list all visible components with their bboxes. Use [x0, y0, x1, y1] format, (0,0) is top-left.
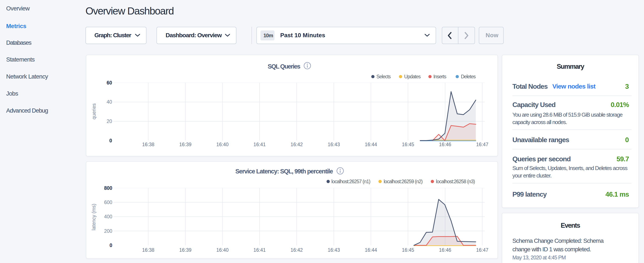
- svg-text:latency (ms): latency (ms): [91, 204, 96, 230]
- svg-text:Deletes: Deletes: [461, 74, 476, 79]
- svg-text:16:39: 16:39: [179, 142, 192, 147]
- svg-text:16:42: 16:42: [291, 247, 303, 253]
- svg-text:16:40: 16:40: [216, 142, 229, 147]
- svg-text:16:42: 16:42: [291, 142, 303, 147]
- svg-text:16:41: 16:41: [254, 247, 266, 253]
- svg-text:600: 600: [104, 200, 112, 205]
- svg-text:16:46: 16:46: [439, 247, 451, 253]
- svg-text:200: 200: [104, 228, 112, 234]
- svg-text:Updates: Updates: [404, 74, 420, 79]
- svg-text:16:46: 16:46: [439, 142, 451, 147]
- svg-text:16:38: 16:38: [142, 247, 154, 253]
- svg-text:800: 800: [104, 185, 112, 191]
- svg-text:localhost:26259 (n2): localhost:26259 (n2): [384, 179, 422, 184]
- svg-text:40: 40: [106, 99, 112, 105]
- svg-text:Selects: Selects: [376, 74, 391, 79]
- svg-text:SQL Queries: SQL Queries: [268, 63, 300, 70]
- svg-text:20: 20: [106, 119, 112, 124]
- svg-text:Service Latency: SQL, 99th per: Service Latency: SQL, 99th percentile: [235, 168, 333, 175]
- svg-text:16:45: 16:45: [402, 247, 414, 253]
- svg-text:16:43: 16:43: [328, 142, 340, 147]
- svg-text:16:44: 16:44: [365, 247, 377, 253]
- svg-text:16:41: 16:41: [254, 142, 266, 147]
- svg-text:16:43: 16:43: [328, 247, 340, 253]
- svg-text:16:40: 16:40: [216, 247, 229, 253]
- svg-text:16:38: 16:38: [142, 142, 154, 147]
- svg-text:localhost:26258 (n3): localhost:26258 (n3): [436, 179, 475, 184]
- svg-text:Inserts: Inserts: [433, 74, 446, 79]
- svg-text:16:44: 16:44: [365, 142, 377, 147]
- svg-text:0: 0: [109, 138, 112, 143]
- svg-text:queries: queries: [91, 103, 97, 119]
- svg-text:16:39: 16:39: [179, 247, 192, 253]
- svg-text:0: 0: [110, 242, 112, 248]
- svg-text:localhost:26257 (n1): localhost:26257 (n1): [332, 179, 370, 184]
- svg-text:16:47: 16:47: [476, 247, 488, 253]
- svg-text:16:45: 16:45: [402, 142, 414, 147]
- svg-text:60: 60: [106, 80, 112, 86]
- svg-text:16:47: 16:47: [476, 142, 488, 147]
- svg-text:400: 400: [104, 214, 112, 219]
